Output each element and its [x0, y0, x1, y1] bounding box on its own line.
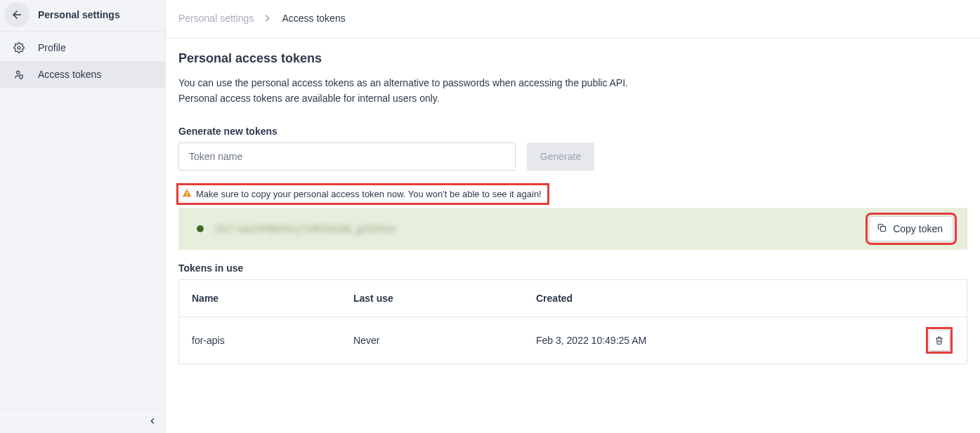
- arrow-left-icon: [11, 8, 23, 21]
- svg-point-1: [17, 71, 20, 74]
- new-token-banner: On7·xacDP6KPxLj7VRZNcb6_jp2Ghrw Copy tok…: [178, 208, 967, 250]
- col-created: Created: [536, 293, 905, 304]
- sidebar-collapse-button[interactable]: [0, 408, 165, 433]
- svg-point-0: [18, 46, 20, 49]
- token-name-input[interactable]: [178, 142, 516, 171]
- gear-icon: [13, 41, 25, 54]
- breadcrumb: Personal settings Access tokens: [166, 0, 980, 39]
- sidebar-item-label: Profile: [38, 42, 66, 53]
- copy-token-button[interactable]: Copy token: [869, 216, 953, 241]
- status-dot-icon: [197, 225, 204, 232]
- main-content: Personal settings Access tokens Personal…: [166, 0, 980, 433]
- table-header: Name Last use Created: [179, 280, 967, 317]
- sidebar-item-access-tokens[interactable]: Access tokens: [0, 61, 165, 88]
- user-shield-icon: [13, 68, 25, 81]
- copy-token-label: Copy token: [893, 223, 943, 234]
- chevron-right-icon: [265, 13, 270, 24]
- tokens-table: Name Last use Created for-apis Never Feb…: [178, 279, 967, 364]
- col-name: Name: [192, 293, 353, 304]
- warning-text: Make sure to copy your personal access t…: [196, 189, 542, 199]
- token-value-blurred: On7·xacDP6KPxLj7VRZNcb6_jp2Ghrw: [215, 223, 396, 234]
- breadcrumb-current: Access tokens: [282, 13, 345, 24]
- back-button[interactable]: [4, 2, 30, 27]
- sidebar-title: Personal settings: [38, 9, 120, 20]
- svg-rect-3: [186, 195, 187, 196]
- description-line-2: Personal access tokens are available for…: [178, 93, 440, 104]
- table-row: for-apis Never Feb 3, 2022 10:49:25 AM: [179, 317, 967, 364]
- tokens-in-use-label: Tokens in use: [178, 262, 967, 274]
- sidebar-item-label: Access tokens: [38, 69, 101, 80]
- description-line-1: You can use the personal access tokens a…: [178, 77, 628, 88]
- sidebar: Personal settings Profile Access tokens: [0, 0, 166, 433]
- generate-section-label: Generate new tokens: [178, 126, 967, 137]
- cell-actions: [905, 330, 954, 351]
- sidebar-item-profile[interactable]: Profile: [0, 34, 165, 61]
- page-title: Personal access tokens: [178, 51, 967, 66]
- sidebar-nav: Profile Access tokens: [0, 32, 165, 88]
- generate-button[interactable]: Generate: [527, 142, 594, 171]
- copy-icon: [877, 222, 887, 235]
- trash-icon: [934, 335, 944, 345]
- page-content: Personal access tokens You can use the p…: [166, 39, 980, 377]
- warning-icon: [182, 188, 192, 200]
- delete-token-button[interactable]: [929, 330, 950, 351]
- chevron-left-icon: [147, 415, 158, 427]
- breadcrumb-root[interactable]: Personal settings: [178, 13, 254, 24]
- svg-rect-4: [881, 227, 886, 232]
- sidebar-header: Personal settings: [0, 0, 165, 32]
- cell-created: Feb 3, 2022 10:49:25 AM: [536, 335, 905, 346]
- page-description: You can use the personal access tokens a…: [178, 76, 967, 106]
- cell-name: for-apis: [192, 335, 353, 346]
- copy-warning: Make sure to copy your personal access t…: [176, 183, 549, 205]
- svg-rect-2: [186, 192, 187, 195]
- cell-last-use: Never: [353, 335, 536, 346]
- col-last-use: Last use: [353, 293, 536, 304]
- generate-row: Generate: [178, 142, 967, 171]
